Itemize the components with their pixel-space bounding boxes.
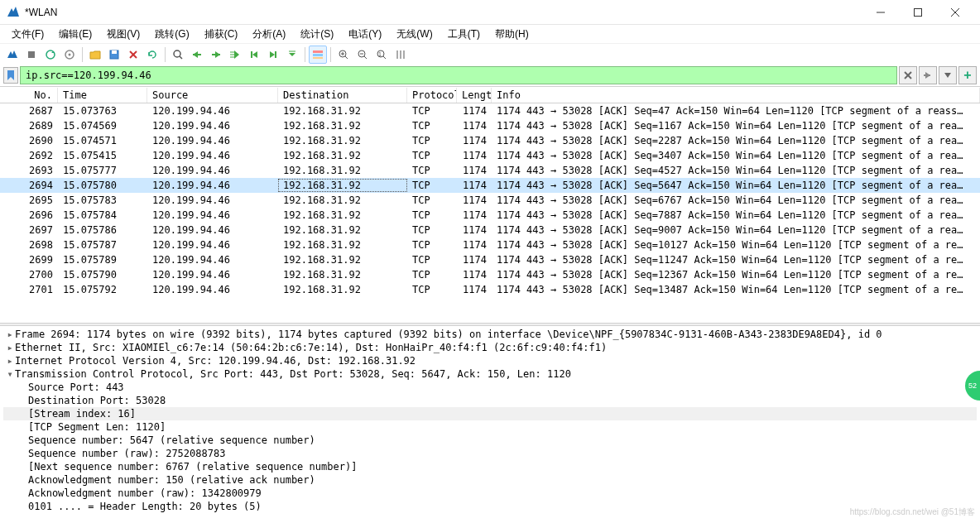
svg-text:1: 1	[378, 51, 382, 57]
detail-text: Transmission Control Protocol, Src Port:…	[15, 368, 571, 380]
detail-text: 0101 .... = Header Length: 20 bytes (5)	[28, 501, 262, 512]
packet-list-pane[interactable]: No. Time Source Destination Protocol Len…	[0, 86, 980, 323]
go-forward-icon[interactable]	[207, 46, 225, 64]
expand-icon[interactable]: ▸	[5, 329, 15, 340]
detail-text: Ethernet II, Src: XIAOMIEl_c6:7e:14 (50:…	[15, 342, 607, 353]
display-filter-bar: +	[0, 65, 980, 86]
menu-item[interactable]: 分析(A)	[246, 26, 292, 43]
minimize-button[interactable]	[862, 0, 899, 24]
table-row[interactable]: 269015.074571120.199.94.46192.168.31.92T…	[0, 133, 980, 148]
detail-node[interactable]: Source Port: 443	[3, 381, 977, 394]
expand-icon[interactable]: ▸	[5, 342, 15, 353]
detail-node[interactable]: ▸Internet Protocol Version 4, Src: 120.1…	[3, 354, 977, 367]
find-packet-icon[interactable]	[169, 46, 187, 64]
zoom-out-icon[interactable]	[353, 46, 372, 64]
table-row[interactable]: 270115.075792120.199.94.46192.168.31.92T…	[0, 282, 980, 297]
filter-expression-dropdown-icon[interactable]	[939, 66, 957, 84]
detail-node[interactable]: Acknowledgment number: 150 (relative ack…	[3, 473, 977, 487]
table-row[interactable]: 269915.075789120.199.94.46192.168.31.92T…	[0, 252, 980, 267]
stop-capture-icon[interactable]	[22, 46, 41, 64]
table-row[interactable]: 269715.075786120.199.94.46192.168.31.92T…	[0, 223, 980, 238]
svg-point-12	[174, 50, 180, 57]
auto-scroll-icon[interactable]	[283, 46, 301, 64]
save-file-icon[interactable]	[105, 46, 123, 64]
menu-item[interactable]: 捕获(C)	[198, 26, 245, 43]
table-row[interactable]: 269415.075780120.199.94.46192.168.31.92T…	[0, 178, 980, 193]
detail-node[interactable]: Sequence number (raw): 2752088783	[3, 447, 977, 460]
go-last-icon[interactable]	[264, 46, 282, 64]
menu-item[interactable]: 工具(T)	[441, 26, 487, 43]
resize-columns-icon[interactable]	[392, 46, 410, 64]
detail-node[interactable]: Destination Port: 53028	[3, 394, 977, 407]
maximize-button[interactable]	[899, 0, 936, 24]
packet-details-pane[interactable]: ▸Frame 2694: 1174 bytes on wire (9392 bi…	[0, 326, 980, 523]
col-header-length[interactable]: Length	[457, 88, 492, 103]
menu-item[interactable]: 编辑(E)	[52, 26, 98, 43]
window-title: *WLAN	[25, 7, 862, 18]
table-row[interactable]: 270015.075790120.199.94.46192.168.31.92T…	[0, 267, 980, 282]
menu-item[interactable]: 无线(W)	[390, 26, 439, 43]
menu-item[interactable]: 电话(Y)	[342, 26, 388, 43]
capture-options-icon[interactable]	[60, 46, 79, 64]
watermark-text: https://blog.csdn.net/wei @51博客	[850, 506, 975, 518]
collapse-icon[interactable]: ▾	[5, 368, 15, 380]
menu-item[interactable]: 视图(V)	[100, 26, 147, 43]
svg-rect-23	[313, 54, 323, 56]
menu-item[interactable]: 帮助(H)	[488, 26, 536, 43]
filter-bookmark-icon[interactable]	[3, 67, 18, 84]
detail-node[interactable]: Acknowledgment number (raw): 1342800979	[3, 487, 977, 500]
table-row[interactable]: 268915.074569120.199.94.46192.168.31.92T…	[0, 118, 980, 133]
detail-node[interactable]: [Stream index: 16]	[3, 407, 977, 420]
menu-item[interactable]: 跳转(G)	[148, 26, 195, 43]
menu-item[interactable]: 统计(S)	[294, 26, 340, 43]
detail-node[interactable]: [Next sequence number: 6767 (relative se…	[3, 460, 977, 473]
col-header-time[interactable]: Time	[58, 88, 147, 103]
restart-capture-icon[interactable]	[41, 46, 60, 64]
col-header-source[interactable]: Source	[147, 88, 278, 103]
detail-node[interactable]: 0101 .... = Header Length: 20 bytes (5)	[3, 500, 977, 513]
table-row[interactable]: 269615.075784120.199.94.46192.168.31.92T…	[0, 208, 980, 223]
reload-icon[interactable]	[143, 46, 161, 64]
zoom-in-icon[interactable]	[334, 46, 353, 64]
colorize-icon[interactable]	[309, 46, 327, 64]
svg-rect-9	[112, 50, 117, 54]
col-header-proto[interactable]: Protocol	[407, 88, 457, 103]
svg-line-30	[364, 56, 367, 59]
filter-apply-icon[interactable]	[919, 66, 937, 84]
svg-line-26	[345, 56, 348, 59]
display-filter-input[interactable]	[20, 66, 897, 84]
open-file-icon[interactable]	[86, 46, 104, 64]
menu-item[interactable]: 文件(F)	[5, 26, 50, 43]
svg-rect-22	[313, 50, 323, 53]
table-row[interactable]: 268715.073763120.199.94.46192.168.31.92T…	[0, 103, 980, 118]
go-back-icon[interactable]	[188, 46, 206, 64]
table-row[interactable]: 269215.075415120.199.94.46192.168.31.92T…	[0, 148, 980, 163]
go-first-icon[interactable]	[245, 46, 263, 64]
filter-add-icon[interactable]: +	[958, 66, 977, 84]
col-header-dest[interactable]: Destination	[278, 88, 407, 103]
table-row[interactable]: 269315.075777120.199.94.46192.168.31.92T…	[0, 163, 980, 178]
app-logo-icon	[7, 6, 20, 19]
detail-node[interactable]: ▸Ethernet II, Src: XIAOMIEl_c6:7e:14 (50…	[3, 341, 977, 354]
go-to-packet-icon[interactable]	[226, 46, 244, 64]
expand-icon[interactable]: ▸	[5, 355, 15, 367]
detail-node[interactable]: [TCP Segment Len: 1120]	[3, 420, 977, 434]
detail-text: Sequence number: 5647 (relative sequence…	[28, 434, 315, 446]
close-file-icon[interactable]	[124, 46, 142, 64]
detail-node[interactable]: ▾Transmission Control Protocol, Src Port…	[3, 367, 977, 381]
filter-clear-icon[interactable]	[899, 66, 917, 84]
col-header-no[interactable]: No.	[0, 88, 58, 103]
detail-text: Internet Protocol Version 4, Src: 120.19…	[15, 355, 416, 367]
close-button[interactable]	[936, 0, 973, 24]
start-capture-icon[interactable]	[3, 46, 22, 64]
table-row[interactable]: 269815.075787120.199.94.46192.168.31.92T…	[0, 238, 980, 252]
toolbar: 1	[0, 43, 980, 65]
table-row[interactable]: 269515.075783120.199.94.46192.168.31.92T…	[0, 193, 980, 208]
detail-node[interactable]: Sequence number: 5647 (relative sequence…	[3, 434, 977, 447]
col-header-info[interactable]: Info	[492, 88, 980, 103]
detail-node[interactable]: ▸Frame 2694: 1174 bytes on wire (9392 bi…	[3, 328, 977, 341]
zoom-reset-icon[interactable]: 1	[372, 46, 391, 64]
packet-list-header[interactable]: No. Time Source Destination Protocol Len…	[0, 87, 980, 103]
detail-text: Acknowledgment number: 150 (relative ack…	[28, 474, 315, 486]
detail-text: Sequence number (raw): 2752088783	[28, 448, 225, 459]
